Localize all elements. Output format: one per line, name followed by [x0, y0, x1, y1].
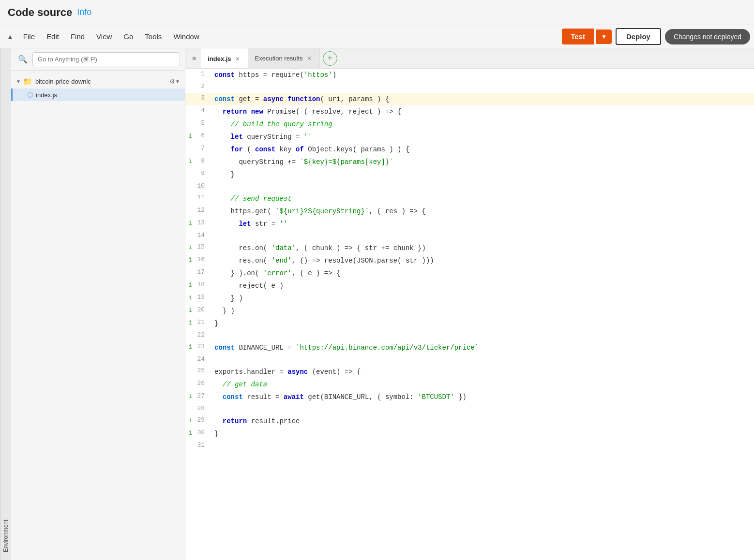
gear-dropdown-icon[interactable]: ▼ [175, 79, 180, 84]
sidebar: 🔍 ▼ 📁 bitcoin-price-downlc ⚙ ▼ ⬡ index.j… [11, 48, 185, 560]
code-line-9: 9 } [185, 168, 754, 181]
menu-bar: ▲ File Edit Find View Go Tools Window Te… [0, 25, 754, 48]
code-line-30: i 30 } [185, 427, 754, 440]
menu-file[interactable]: File [18, 29, 40, 44]
line-info-23[interactable]: i [185, 342, 195, 351]
tab-indexjs-label: index.js [208, 55, 231, 62]
code-line-31: 31 [185, 440, 754, 452]
code-line-15: i 15 res.on( 'data', ( chunk ) => { str … [185, 242, 754, 254]
code-line-4: 4 return new Promise( ( resolve, reject … [185, 105, 754, 118]
line-info-16[interactable]: i [185, 255, 195, 264]
code-line-19: i 19 } ) [185, 292, 754, 305]
test-dropdown-button[interactable]: ▼ [596, 29, 612, 44]
code-line-18: i 18 reject( e ) [185, 280, 754, 292]
code-line-27: i 27 const result = await get(BINANCE_UR… [185, 391, 754, 403]
tab-indexjs[interactable]: index.js ✕ [201, 48, 248, 68]
line-info-19[interactable]: i [185, 293, 195, 301]
editor-area: ≡ index.js ✕ Execution results ✕ + 1 con… [185, 48, 754, 560]
folder-icon: 📁 [23, 77, 32, 86]
file-item-indexjs[interactable]: ⬡ index.js [11, 88, 185, 101]
line-info-27[interactable]: i [185, 391, 195, 400]
test-button[interactable]: Test [562, 29, 594, 44]
code-line-23: i 23 const BINANCE_URL = `https://api.bi… [185, 341, 754, 354]
tabs-bar: ≡ index.js ✕ Execution results ✕ + [185, 48, 754, 69]
line-info-6[interactable]: i [185, 131, 195, 140]
info-link[interactable]: Info [77, 7, 91, 17]
tab-execution-results-close[interactable]: ✕ [306, 55, 313, 62]
code-line-25: 25 exports.handler = async (event) => { [185, 366, 754, 378]
code-line-20: i 20 } ) [185, 305, 754, 317]
code-line-16: i 16 res.on( 'end', () => resolve(JSON.p… [185, 254, 754, 267]
code-line-12: 12 https.get( `${uri}?${queryString}`, (… [185, 205, 754, 218]
changes-not-deployed-button[interactable]: Changes not deployed [665, 29, 750, 44]
tabs-files-icon: ≡ [187, 51, 201, 66]
code-line-22: 22 [185, 330, 754, 341]
tab-execution-results-label: Execution results [255, 55, 303, 62]
code-line-17: 17 } ).on( 'error', ( e ) => { [185, 267, 754, 280]
line-info-30[interactable]: i [185, 428, 195, 437]
code-line-7: 7 for ( const key of Object.keys( params… [185, 143, 754, 156]
code-line-10: 10 [185, 181, 754, 192]
code-line-21: i 21 } [185, 317, 754, 330]
main-layout: Environment 🔍 ▼ 📁 bitcoin-price-downlc ⚙… [0, 48, 754, 560]
line-info-18[interactable]: i [185, 280, 195, 289]
search-bar: 🔍 [11, 48, 185, 71]
folder-name: bitcoin-price-downlc [35, 78, 167, 85]
search-input[interactable] [32, 52, 180, 66]
menu-find[interactable]: Find [66, 29, 90, 44]
code-line-6: i 6 let queryString = '' [185, 131, 754, 143]
gear-icon[interactable]: ⚙ [169, 78, 175, 85]
search-icon-button[interactable]: 🔍 [16, 53, 30, 66]
menu-tools[interactable]: Tools [140, 29, 166, 44]
line-info-8[interactable]: i [185, 156, 195, 165]
file-tree: ▼ 📁 bitcoin-price-downlc ⚙ ▼ ⬡ index.js [11, 71, 185, 560]
code-line-2: 2 [185, 81, 754, 93]
collapse-button[interactable]: ▲ [4, 31, 16, 43]
code-line-5: 5 // build the query string [185, 118, 754, 131]
line-info-13[interactable]: i [185, 218, 195, 227]
app-title: Code source [8, 6, 72, 19]
folder-item[interactable]: ▼ 📁 bitcoin-price-downlc ⚙ ▼ [11, 74, 185, 88]
file-icon: ⬡ [27, 91, 33, 99]
code-line-29: i 29 return result.price [185, 415, 754, 427]
code-editor[interactable]: 1 const https = require('https') 2 3 con… [185, 69, 754, 560]
line-info-29[interactable]: i [185, 415, 195, 424]
menu-window[interactable]: Window [168, 29, 204, 44]
tab-execution-results[interactable]: Execution results ✕ [248, 48, 320, 68]
line-info-21[interactable]: i [185, 318, 195, 326]
tab-indexjs-close[interactable]: ✕ [234, 56, 241, 62]
code-line-1: 1 const https = require('https') [185, 69, 754, 81]
deploy-button[interactable]: Deploy [616, 28, 661, 45]
menu-edit[interactable]: Edit [42, 29, 64, 44]
line-info-1[interactable] [185, 69, 195, 71]
add-tab-button[interactable]: + [323, 51, 337, 66]
menu-view[interactable]: View [91, 29, 117, 44]
code-line-26: 26 // get data [185, 378, 754, 391]
code-line-24: 24 [185, 354, 754, 366]
code-line-11: 11 // send request [185, 192, 754, 205]
code-line-8: i 8 queryString += `${key}=${params[key]… [185, 156, 754, 168]
code-line-28: 28 [185, 403, 754, 415]
line-info-15[interactable]: i [185, 242, 195, 251]
file-name: index.js [36, 91, 57, 99]
line-info-20[interactable]: i [185, 305, 195, 314]
code-line-14: 14 [185, 230, 754, 242]
title-bar: Code source Info [0, 0, 754, 25]
folder-expand-icon: ▼ [16, 79, 21, 84]
environment-tab[interactable]: Environment [0, 48, 11, 560]
sidebar-wrapper: Environment 🔍 ▼ 📁 bitcoin-price-downlc ⚙… [0, 48, 185, 560]
menu-go[interactable]: Go [119, 29, 138, 44]
code-line-13: i 13 let str = '' [185, 218, 754, 230]
code-line-3: 3 const get = async function( uri, param… [185, 93, 754, 105]
